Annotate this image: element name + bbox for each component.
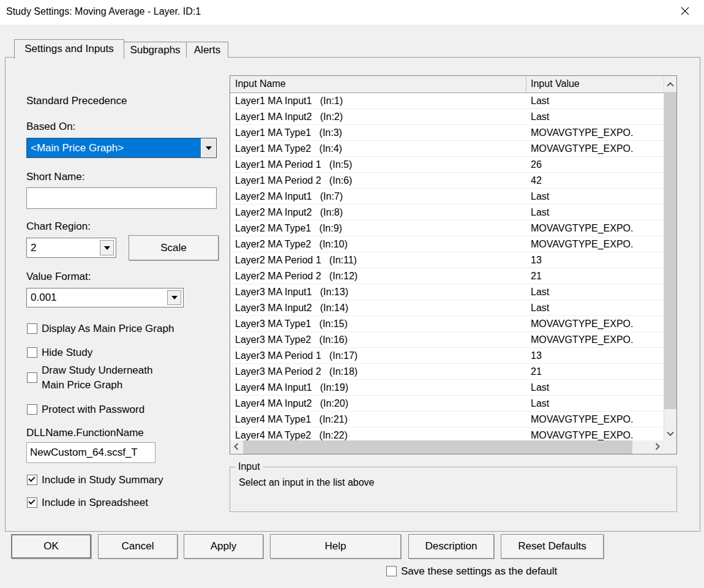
inputs-table-header[interactable]: Input Name Input Value <box>230 76 664 93</box>
tab-alerts[interactable]: Alerts <box>186 42 228 58</box>
scroll-left-button[interactable] <box>230 440 242 454</box>
include-in-study-summary-checkbox[interactable] <box>27 475 37 485</box>
draw-study-underneath-label-line1: Draw Study Underneath <box>42 364 152 377</box>
input-row[interactable]: Layer1 MA Input1 (In:1) Last <box>230 93 664 109</box>
apply-button[interactable]: Apply <box>184 534 263 559</box>
column-header-input-name[interactable]: Input Name <box>235 78 286 89</box>
input-row[interactable]: Layer2 MA Input1 (In:7) Last <box>230 189 664 205</box>
input-value-cell: 13 <box>531 348 662 363</box>
horizontal-scrollbar[interactable] <box>230 440 664 454</box>
tab-settings-and-inputs[interactable]: Settings and Inputs <box>14 39 124 59</box>
input-value-cell: MOVAVGTYPE_EXPO. <box>531 412 662 427</box>
input-row[interactable]: Layer3 MA Type1 (In:15) MOVAVGTYPE_EXPO. <box>230 316 664 332</box>
input-name-cell: Layer3 MA Period 1 (In:17) <box>235 348 358 363</box>
input-value-cell: MOVAVGTYPE_EXPO. <box>531 125 662 140</box>
horizontal-scrollbar-thumb[interactable] <box>243 440 632 454</box>
protect-with-password-label: Protect with Password <box>42 404 144 416</box>
input-row[interactable]: Layer4 MA Type1 (In:21) MOVAVGTYPE_EXPO. <box>230 412 664 428</box>
input-row[interactable]: Layer4 MA Type2 (In:22) MOVAVGTYPE_EXPO. <box>230 428 664 440</box>
input-row[interactable]: Layer3 MA Input2 (In:14) Last <box>230 300 664 316</box>
hide-study-label: Hide Study <box>42 347 92 359</box>
inputs-table: Input Name Input Value Layer1 MA Input1 … <box>230 75 677 454</box>
input-value-cell: Last <box>531 284 662 300</box>
display-as-main-price-graph-label: Display As Main Price Graph <box>42 323 174 335</box>
input-name-cell: Layer1 MA Type1 (In:3) <box>235 125 342 140</box>
input-row[interactable]: Layer1 MA Type1 (In:3) MOVAVGTYPE_EXPO. <box>230 125 664 141</box>
chevron-down-icon <box>667 428 674 439</box>
input-value-cell: Last <box>531 109 662 124</box>
input-value-cell: MOVAVGTYPE_EXPO. <box>531 236 662 252</box>
display-as-main-price-graph-checkbox[interactable] <box>27 323 37 334</box>
input-row[interactable]: Layer4 MA Input2 (In:20) Last <box>230 396 664 412</box>
input-value-cell: Last <box>531 396 662 411</box>
based-on-combo[interactable]: <Main Price Graph> <box>26 138 217 158</box>
scroll-up-button[interactable] <box>664 76 676 92</box>
protect-with-password-checkbox[interactable] <box>27 404 37 415</box>
close-button[interactable] <box>675 4 695 20</box>
input-row[interactable]: Layer2 MA Period 2 (In:12) 21 <box>230 268 664 284</box>
cancel-button[interactable]: Cancel <box>98 534 178 559</box>
input-group-box: Input Select an input in the list above <box>230 467 677 512</box>
save-settings-default-checkbox[interactable] <box>386 566 397 576</box>
vertical-scrollbar-thumb[interactable] <box>664 92 676 409</box>
input-row[interactable]: Layer3 MA Input1 (In:13) Last <box>230 284 664 300</box>
input-row[interactable]: Layer1 MA Period 2 (In:6) 42 <box>230 173 664 189</box>
combo-dropdown-button[interactable] <box>100 240 114 255</box>
chevron-down-icon <box>171 296 178 300</box>
input-name-cell: Layer2 MA Type1 (In:9) <box>235 221 342 236</box>
input-row[interactable]: Layer2 MA Period 1 (In:11) 13 <box>230 252 664 268</box>
window-title: Study Settings: Moving Average - Layer. … <box>6 6 201 17</box>
input-group-title: Input <box>236 461 263 472</box>
scroll-right-button[interactable] <box>651 440 664 454</box>
input-row[interactable]: Layer3 MA Type2 (In:16) MOVAVGTYPE_EXPO. <box>230 332 664 348</box>
reset-defaults-button[interactable]: Reset Defaults <box>501 534 604 559</box>
based-on-value: <Main Price Graph> <box>27 138 201 157</box>
input-value-cell: 21 <box>531 268 662 284</box>
input-value-cell: 13 <box>531 252 662 268</box>
close-icon <box>680 6 690 18</box>
include-in-spreadsheet-checkbox[interactable] <box>27 497 37 508</box>
ok-button[interactable]: OK <box>11 534 91 559</box>
input-value-cell: Last <box>531 93 662 108</box>
column-divider[interactable] <box>526 77 526 92</box>
input-value-cell: Last <box>531 300 662 315</box>
value-format-combo[interactable]: 0.001 <box>26 288 184 307</box>
input-row[interactable]: Layer2 MA Type2 (In:10) MOVAVGTYPE_EXPO. <box>230 236 664 252</box>
help-button[interactable]: Help <box>270 534 401 559</box>
input-row[interactable]: Layer2 MA Type1 (In:9) MOVAVGTYPE_EXPO. <box>230 221 664 236</box>
input-row[interactable]: Layer4 MA Input1 (In:19) Last <box>230 380 664 396</box>
dll-function-name-input[interactable] <box>26 442 155 463</box>
vertical-scrollbar[interactable] <box>664 76 676 440</box>
input-name-cell: Layer3 MA Input2 (In:14) <box>235 300 348 315</box>
input-row[interactable]: Layer1 MA Input2 (In:2) Last <box>230 109 664 125</box>
include-in-spreadsheet-label: Include in Spreadsheet <box>42 497 148 509</box>
input-value-cell: MOVAVGTYPE_EXPO. <box>531 221 662 236</box>
chart-region-value: 2 <box>31 238 97 257</box>
input-name-cell: Layer2 MA Type2 (In:10) <box>235 236 348 252</box>
input-value-cell: Last <box>531 380 662 395</box>
scroll-down-button[interactable] <box>664 425 676 440</box>
input-row[interactable]: Layer2 MA Input2 (In:8) Last <box>230 205 664 221</box>
input-name-cell: Layer2 MA Period 1 (In:11) <box>235 252 357 268</box>
input-row[interactable]: Layer3 MA Period 1 (In:17) 13 <box>230 348 664 364</box>
input-row[interactable]: Layer3 MA Period 2 (In:18) 21 <box>230 364 664 380</box>
column-header-input-value[interactable]: Input Value <box>531 78 580 89</box>
scale-button[interactable]: Scale <box>129 235 219 260</box>
title-bar: Study Settings: Moving Average - Layer. … <box>0 0 704 24</box>
chevron-right-icon <box>655 442 660 453</box>
combo-dropdown-button[interactable] <box>167 290 181 305</box>
based-on-label: Based On: <box>26 121 75 133</box>
short-name-input[interactable] <box>26 187 217 209</box>
input-value-cell: MOVAVGTYPE_EXPO. <box>531 316 662 331</box>
input-row[interactable]: Layer1 MA Type2 (In:4) MOVAVGTYPE_EXPO. <box>230 141 664 157</box>
draw-study-underneath-checkbox[interactable] <box>27 372 37 383</box>
hide-study-checkbox[interactable] <box>27 347 37 358</box>
chart-region-combo[interactable]: 2 <box>26 238 116 258</box>
standard-precedence-label: Standard Precedence <box>26 95 127 107</box>
input-name-cell: Layer1 MA Input1 (In:1) <box>235 93 343 108</box>
tab-subgraphs[interactable]: Subgraphs <box>123 42 187 58</box>
input-row[interactable]: Layer1 MA Period 1 (In:5) 26 <box>230 157 664 173</box>
combo-dropdown-button[interactable] <box>201 139 215 157</box>
chevron-left-icon <box>234 442 239 453</box>
description-button[interactable]: Description <box>408 534 494 559</box>
